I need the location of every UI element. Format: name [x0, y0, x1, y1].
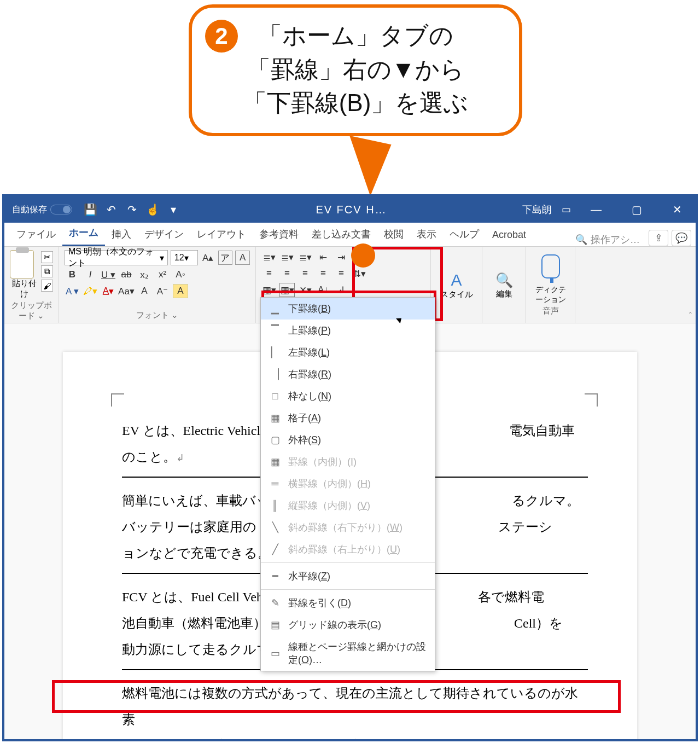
- undo-icon[interactable]: ↶: [104, 202, 118, 217]
- menu-item-label: 格子(A): [288, 411, 321, 425]
- microphone-icon[interactable]: [541, 254, 560, 278]
- borders-menu-item-outside[interactable]: ▢外枠(S): [261, 429, 435, 451]
- subscript-button[interactable]: x₂: [137, 268, 152, 282]
- tab-help[interactable]: ヘルプ: [443, 222, 486, 246]
- autosave-toggle[interactable]: 自動保存: [12, 204, 72, 216]
- cut-icon[interactable]: ✂: [41, 251, 53, 263]
- tab-file[interactable]: ファイル: [10, 222, 62, 246]
- tab-review[interactable]: 校閲: [377, 222, 410, 246]
- tab-layout[interactable]: レイアウト: [190, 222, 253, 246]
- redo-icon[interactable]: ↷: [125, 202, 139, 217]
- callout-target-dot: [351, 243, 375, 268]
- group-label-clipboard: クリップボード ⌄: [10, 299, 53, 321]
- group-styles[interactable]: A スタイル: [431, 247, 482, 323]
- shrink-font-icon[interactable]: A: [137, 284, 152, 298]
- tab-home[interactable]: ホーム: [62, 220, 105, 246]
- find-icon: 🔍: [495, 272, 513, 289]
- ribbon-display-icon[interactable]: ▭: [562, 204, 571, 216]
- tell-me-search[interactable]: 🔍 操作アシ…: [571, 233, 644, 246]
- superscript-button[interactable]: x²: [155, 268, 170, 282]
- share-button[interactable]: ⇪: [649, 230, 668, 246]
- minimize-button[interactable]: —: [581, 196, 611, 223]
- menu-item-label: 斜め罫線（右下がり）(W): [288, 521, 402, 534]
- paste-label[interactable]: 貼り付け: [10, 278, 39, 299]
- show-marks-icon[interactable]: ↲: [334, 283, 349, 297]
- multilevel-icon[interactable]: ≣▾: [298, 250, 313, 264]
- menu-item-label: 上罫線(P): [288, 324, 331, 337]
- tab-mailings[interactable]: 差し込み文書: [305, 222, 377, 246]
- borders-menu-item-right[interactable]: ▕右罫線(R): [261, 363, 435, 385]
- maximize-button[interactable]: ▢: [621, 196, 652, 223]
- char-shading-icon[interactable]: A⁻: [155, 284, 170, 298]
- sort-icon[interactable]: A↓: [316, 283, 331, 297]
- bold-button[interactable]: B: [65, 268, 80, 282]
- highlight-icon[interactable]: 🖍▾: [83, 284, 98, 298]
- tab-references[interactable]: 参考資料: [253, 222, 305, 246]
- user-name[interactable]: 下島朗: [522, 203, 552, 216]
- comments-button[interactable]: 💬: [672, 230, 691, 246]
- borders-menu-item-all[interactable]: ▦格子(A): [261, 407, 435, 429]
- ribbon-tabs: ファイル ホーム 挿入 デザイン レイアウト 参考資料 差し込み文書 校閲 表示…: [4, 223, 696, 247]
- shading-icon[interactable]: ▦▾: [261, 283, 277, 297]
- line-spacing-icon[interactable]: ⇅▾: [352, 266, 367, 281]
- borders-menu-item-none[interactable]: □枠なし(N): [261, 385, 435, 407]
- char-border-icon[interactable]: A: [173, 284, 188, 298]
- group-font: MS 明朝（本文のフォント ▾ 12 ▾ A▴ ア A B I U ▾ ab x…: [59, 247, 256, 323]
- clear-format-icon[interactable]: A◦: [173, 268, 188, 282]
- document-paragraph[interactable]: 燃料電池には複数の方式があって、現在の主流として期待されているのが水素 と酸素を…: [122, 680, 588, 739]
- none-icon: □: [269, 390, 282, 402]
- borders-menu-item-top[interactable]: ▔上罫線(P): [261, 320, 435, 341]
- diag-down-icon: ╲: [269, 521, 282, 533]
- search-icon: 🔍: [575, 234, 587, 246]
- increase-indent-icon[interactable]: ⇥: [334, 250, 349, 264]
- decrease-indent-icon[interactable]: ⇤: [316, 250, 331, 264]
- group-voice: ディクテーション 音声: [526, 247, 575, 323]
- group-clipboard: 貼り付け ✂ ⧉ 🖌 クリップボード ⌄: [4, 247, 59, 323]
- collapse-ribbon-icon[interactable]: ˄: [689, 311, 692, 320]
- bullets-icon[interactable]: ≣▾: [261, 250, 277, 264]
- align-center-icon[interactable]: ≡: [279, 266, 295, 281]
- format-painter-icon[interactable]: 🖌: [41, 280, 53, 292]
- borders-menu-item-hrule[interactable]: ━水平線(Z): [261, 565, 435, 587]
- justify-icon[interactable]: ≡: [316, 266, 331, 281]
- change-case-icon[interactable]: Aa▾: [119, 284, 134, 298]
- tab-acrobat[interactable]: Acrobat: [486, 224, 533, 246]
- phonetic-guide-icon[interactable]: ア: [218, 251, 233, 265]
- borders-menu-item-bottom[interactable]: ▁下罫線(B): [261, 298, 435, 320]
- font-name-combo[interactable]: MS 明朝（本文のフォント ▾: [65, 250, 168, 265]
- grow-font-icon[interactable]: A▴: [201, 251, 215, 265]
- borders-menu-item-options[interactable]: ▭線種とページ罫線と網かけの設定(O)…: [261, 636, 435, 671]
- align-left-icon[interactable]: ≡: [261, 266, 277, 281]
- copy-icon[interactable]: ⧉: [41, 265, 53, 277]
- borders-button[interactable]: ▦▾: [279, 283, 295, 297]
- font-size-combo[interactable]: 12 ▾: [171, 250, 198, 265]
- italic-button[interactable]: I: [83, 268, 98, 282]
- strike-button[interactable]: ab: [119, 268, 134, 282]
- text-effects-icon[interactable]: A ▾: [65, 284, 80, 298]
- qat-customize-icon[interactable]: ▾: [166, 202, 180, 217]
- underline-button[interactable]: U ▾: [101, 268, 116, 282]
- borders-menu-item-draw[interactable]: ✎罫線を引く(D): [261, 592, 435, 614]
- tab-view[interactable]: 表示: [410, 222, 443, 246]
- paste-icon[interactable]: [10, 250, 34, 278]
- menu-item-label: 右罫線(R): [288, 368, 331, 381]
- tab-design[interactable]: デザイン: [138, 222, 190, 246]
- tab-insert[interactable]: 挿入: [105, 222, 138, 246]
- save-icon[interactable]: 💾: [83, 202, 97, 217]
- group-editing[interactable]: 🔍 編集: [482, 247, 526, 323]
- enclose-char-icon[interactable]: A: [235, 251, 250, 265]
- callout-text: 「ホーム」タブの 「罫線」右の▼から 「下罫線(B)」を選ぶ: [212, 19, 499, 120]
- close-button[interactable]: ✕: [662, 196, 692, 223]
- numbering-icon[interactable]: ≣▾: [279, 250, 295, 264]
- borders-menu-item-left[interactable]: ▏左罫線(L): [261, 341, 435, 363]
- asian-layout-icon[interactable]: ✕▾: [298, 283, 313, 297]
- dictation-label[interactable]: ディクテーション: [532, 285, 569, 305]
- borders-menu-item-inside-h: ═横罫線（内側）(H): [261, 473, 435, 495]
- group-label-font: フォント ⌄: [65, 309, 250, 321]
- touch-mode-icon[interactable]: ☝: [145, 202, 160, 217]
- menu-item-label: 斜め罫線（右上がり）(U): [288, 543, 400, 556]
- distribute-icon[interactable]: ≡: [334, 266, 349, 281]
- align-right-icon[interactable]: ≡: [298, 266, 313, 281]
- font-color-icon[interactable]: A▾: [101, 284, 116, 298]
- borders-menu-item-grid[interactable]: ▤グリッド線の表示(G): [261, 614, 435, 636]
